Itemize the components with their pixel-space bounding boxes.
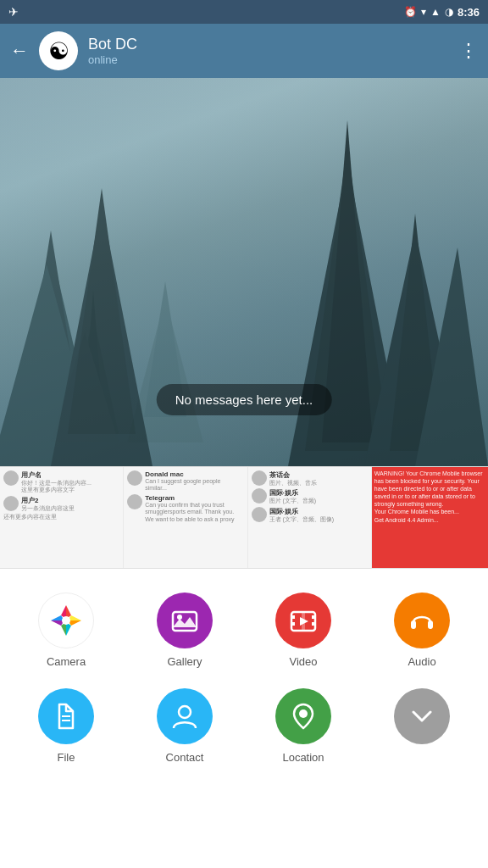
preview-item: 国际·娱乐 王者 (文字、音频、图像) bbox=[252, 507, 368, 523]
contact-button[interactable]: Contact bbox=[125, 678, 244, 774]
preview-msg: Can I suggest google people similar... bbox=[145, 478, 243, 492]
video-button[interactable]: Video bbox=[244, 582, 363, 678]
svg-rect-28 bbox=[428, 620, 433, 629]
status-bar-right: ⏰ ▾ ▲ ◑ 8:36 bbox=[404, 6, 480, 19]
alarm-icon: ⏰ bbox=[404, 6, 417, 18]
preview-msg: 这里有更多内容文字 bbox=[21, 487, 119, 493]
svg-rect-23 bbox=[291, 622, 295, 626]
video-icon-circle bbox=[275, 593, 331, 648]
preview-item: 用户名 你好！这是一条消息内容... 这里有更多内容文字 bbox=[3, 470, 119, 494]
preview-msg: Can you confirm that you trust smugglers… bbox=[145, 502, 243, 516]
location-button[interactable]: Location bbox=[244, 678, 363, 774]
avatar bbox=[252, 488, 267, 504]
preview-msg: 你好！这是一条消息内容... bbox=[21, 480, 119, 487]
preview-text: Telegram Can you confirm that you trust … bbox=[145, 494, 243, 523]
preview-name: 国际·娱乐 bbox=[269, 507, 368, 516]
preview-name: 用户名 bbox=[21, 470, 119, 480]
warning-text: WARNING! Your Chrome Mobile browser has … bbox=[372, 467, 488, 526]
contact-icon bbox=[169, 701, 200, 732]
preview-col-2: Donald mac Can I suggest google people s… bbox=[124, 467, 247, 568]
preview-msg: We want to be able to ask a proxy bbox=[145, 516, 243, 523]
gallery-label: Gallery bbox=[167, 655, 202, 668]
preview-text: 茶话会 图片、视频、音乐 bbox=[269, 470, 368, 487]
avatar bbox=[127, 470, 142, 486]
video-label: Video bbox=[289, 655, 317, 668]
preview-text: 还有更多内容在这里 bbox=[3, 514, 119, 520]
chevron-down-icon bbox=[407, 701, 437, 732]
preview-item: 用户2 另一条消息内容这里 bbox=[3, 496, 119, 512]
file-label: File bbox=[58, 751, 75, 764]
more-button[interactable]: ⋮ bbox=[459, 40, 478, 62]
preview-col-3: 茶话会 图片、视频、音乐 国际·娱乐 图片 (文字、音频) 国际·娱乐 王者 (… bbox=[248, 467, 372, 568]
audio-icon bbox=[407, 605, 437, 636]
preview-msg: 另一条消息内容这里 bbox=[21, 505, 119, 512]
status-bar-left: ✈ bbox=[8, 5, 19, 19]
contact-icon-circle bbox=[157, 688, 213, 744]
send-icon: ✈ bbox=[8, 5, 19, 19]
chat-header: ← ☯ Bot DC online ⋮ bbox=[0, 24, 488, 78]
preview-msg: 图片、视频、音乐 bbox=[269, 480, 368, 487]
svg-rect-27 bbox=[411, 620, 416, 629]
gallery-button[interactable]: Gallery bbox=[125, 582, 244, 678]
more-button[interactable] bbox=[363, 678, 481, 774]
preview-text: 国际·娱乐 图片 (文字、音频) bbox=[269, 488, 368, 504]
audio-button[interactable]: Audio bbox=[363, 582, 481, 678]
preview-col-4: WARNING! Your Chrome Mobile browser has … bbox=[372, 467, 488, 568]
preview-text: Donald mac Can I suggest google people s… bbox=[145, 470, 243, 492]
preview-panel: 用户名 你好！这是一条消息内容... 这里有更多内容文字 用户2 另一条消息内容… bbox=[0, 466, 488, 568]
preview-col-1: 用户名 你好！这是一条消息内容... 这里有更多内容文字 用户2 另一条消息内容… bbox=[0, 467, 124, 568]
status-time: 8:36 bbox=[458, 6, 480, 19]
svg-rect-17 bbox=[173, 612, 197, 631]
preview-name: 国际·娱乐 bbox=[269, 488, 368, 498]
preview-item: Telegram Can you confirm that you trust … bbox=[127, 494, 243, 523]
preview-item: 茶话会 图片、视频、音乐 bbox=[252, 470, 368, 487]
avatar-emoji: ☯ bbox=[48, 37, 69, 65]
avatar bbox=[3, 470, 19, 486]
svg-point-31 bbox=[179, 706, 191, 718]
icons-grid: Camera Gallery bbox=[0, 569, 488, 787]
location-icon-circle bbox=[275, 688, 331, 744]
audio-icon-circle bbox=[394, 593, 450, 648]
back-button[interactable]: ← bbox=[10, 40, 29, 62]
battery-icon: ◑ bbox=[445, 6, 453, 18]
chat-name: Bot DC bbox=[88, 36, 449, 53]
avatar bbox=[127, 494, 142, 509]
file-icon bbox=[51, 701, 81, 732]
attachment-panel: Camera Gallery bbox=[0, 568, 488, 868]
wifi-icon: ▾ bbox=[421, 6, 426, 18]
preview-item: Donald mac Can I suggest google people s… bbox=[127, 470, 243, 492]
gallery-icon bbox=[169, 605, 200, 636]
preview-text: 用户2 另一条消息内容这里 bbox=[21, 496, 119, 512]
avatar: ☯ bbox=[39, 31, 78, 70]
gallery-icon-circle bbox=[157, 593, 213, 648]
no-messages-text: No messages here yet... bbox=[157, 384, 332, 415]
preview-name: Donald mac bbox=[145, 470, 243, 478]
avatar bbox=[252, 507, 267, 522]
camera-icon-circle bbox=[38, 593, 94, 648]
chat-area: No messages here yet... bbox=[0, 78, 488, 466]
svg-point-19 bbox=[177, 615, 182, 620]
preview-name: 用户2 bbox=[21, 496, 119, 505]
signal-icon: ▲ bbox=[430, 6, 441, 18]
preview-name: Telegram bbox=[145, 494, 243, 502]
preview-text: 用户名 你好！这是一条消息内容... 这里有更多内容文字 bbox=[21, 470, 119, 494]
location-label: Location bbox=[282, 751, 324, 764]
header-info: Bot DC online bbox=[88, 36, 449, 66]
file-button[interactable]: File bbox=[7, 678, 125, 774]
preview-item: 国际·娱乐 图片 (文字、音频) bbox=[252, 488, 368, 504]
preview-text: 国际·娱乐 王者 (文字、音频、图像) bbox=[269, 507, 368, 523]
chat-background: No messages here yet... bbox=[0, 78, 488, 466]
svg-point-16 bbox=[62, 616, 70, 625]
svg-rect-24 bbox=[312, 622, 315, 626]
camera-label: Camera bbox=[47, 655, 86, 668]
preview-name: 茶话会 bbox=[269, 470, 368, 480]
svg-point-32 bbox=[299, 709, 308, 718]
svg-marker-18 bbox=[173, 617, 197, 627]
preview-msg: 图片 (文字、音频) bbox=[269, 498, 368, 504]
preview-msg: 王者 (文字、音频、图像) bbox=[269, 516, 368, 523]
chat-status: online bbox=[88, 53, 449, 66]
camera-icon bbox=[46, 600, 86, 641]
preview-msg: 还有更多内容在这里 bbox=[3, 514, 119, 520]
preview-item: 还有更多内容在这里 bbox=[3, 514, 119, 520]
camera-button[interactable]: Camera bbox=[7, 582, 125, 678]
